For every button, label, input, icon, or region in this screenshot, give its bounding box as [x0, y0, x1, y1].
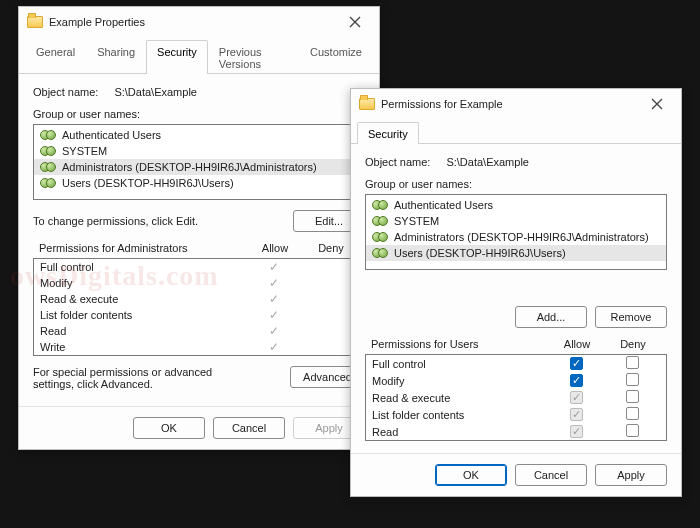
tab-security[interactable]: Security	[146, 40, 208, 74]
deny-checkbox[interactable]	[626, 407, 639, 420]
dialog-body: Object name: S:\Data\Example Group or us…	[351, 144, 681, 453]
list-item[interactable]: SYSTEM	[366, 213, 666, 229]
deny-checkbox[interactable]	[626, 424, 639, 437]
perm-row: Modify✓	[366, 372, 666, 389]
object-name-label: Object name:	[33, 86, 98, 98]
dialog-footer: OK Cancel Apply	[19, 406, 379, 449]
allow-checkbox[interactable]: ✓	[570, 357, 583, 370]
list-item-label: Users (DESKTOP-HH9IR6J\Users)	[394, 247, 566, 259]
object-name-value: S:\Data\Example	[446, 156, 529, 168]
perm-header: Permissions for Users	[371, 338, 549, 350]
users-icon	[372, 230, 388, 244]
users-icon	[40, 160, 56, 174]
properties-window: Example Properties GeneralSharingSecurit…	[18, 6, 380, 450]
tab-bar: GeneralSharingSecurityPrevious VersionsC…	[19, 37, 379, 74]
perm-name: Read	[372, 426, 548, 438]
users-icon	[40, 176, 56, 190]
allow-indicator: ✓	[246, 324, 302, 338]
list-item-label: Authenticated Users	[62, 129, 161, 141]
perm-name: Read	[40, 325, 246, 337]
list-item-label: Administrators (DESKTOP-HH9IR6J\Administ…	[394, 231, 649, 243]
list-item[interactable]: Authenticated Users	[366, 197, 666, 213]
tab-previous-versions[interactable]: Previous Versions	[208, 40, 299, 74]
advanced-hint: For special permissions or advanced sett…	[33, 366, 253, 390]
allow-checkbox[interactable]: ✓	[570, 391, 583, 404]
folder-icon	[359, 98, 375, 110]
users-icon	[372, 246, 388, 260]
perm-name: Write	[40, 341, 246, 353]
list-item[interactable]: Users (DESKTOP-HH9IR6J\Users)	[34, 175, 364, 191]
list-item[interactable]: Administrators (DESKTOP-HH9IR6J\Administ…	[34, 159, 364, 175]
perm-name: List folder contents	[372, 409, 548, 421]
close-icon	[349, 16, 361, 28]
ok-button[interactable]: OK	[133, 417, 205, 439]
perm-row: Modify✓	[34, 275, 364, 291]
users-icon	[372, 198, 388, 212]
allow-checkbox[interactable]: ✓	[570, 425, 583, 438]
perm-listbox[interactable]: Full control✓Modify✓Read & execute✓List …	[365, 354, 667, 441]
perm-name: List folder contents	[40, 309, 246, 321]
perm-listbox[interactable]: Full control✓Modify✓Read & execute✓List …	[33, 258, 365, 356]
tab-security[interactable]: Security	[357, 122, 419, 144]
perm-row: List folder contents✓	[34, 307, 364, 323]
tab-general[interactable]: General	[25, 40, 86, 74]
edit-hint: To change permissions, click Edit.	[33, 215, 198, 227]
perm-row: Read✓	[366, 423, 666, 440]
allow-checkbox[interactable]: ✓	[570, 374, 583, 387]
titlebar: Example Properties	[19, 7, 379, 37]
perm-name: Full control	[372, 358, 548, 370]
list-item[interactable]: Authenticated Users	[34, 127, 364, 143]
group-label: Group or user names:	[365, 178, 472, 190]
permissions-window: Permissions for Example Security Object …	[350, 88, 682, 497]
allow-indicator: ✓	[246, 340, 302, 354]
users-icon	[40, 128, 56, 142]
perm-row: Write✓	[34, 339, 364, 355]
tab-bar: Security	[351, 119, 681, 144]
allow-indicator: ✓	[246, 260, 302, 274]
perm-row: Full control✓	[34, 259, 364, 275]
list-item[interactable]: Administrators (DESKTOP-HH9IR6J\Administ…	[366, 229, 666, 245]
dialog-footer: OK Cancel Apply	[351, 453, 681, 496]
list-item-label: Authenticated Users	[394, 199, 493, 211]
cancel-button[interactable]: Cancel	[213, 417, 285, 439]
add-button[interactable]: Add...	[515, 306, 587, 328]
deny-col: Deny	[605, 338, 661, 350]
allow-checkbox[interactable]: ✓	[570, 408, 583, 421]
cancel-button[interactable]: Cancel	[515, 464, 587, 486]
perm-name: Modify	[372, 375, 548, 387]
list-item[interactable]: SYSTEM	[34, 143, 364, 159]
list-item[interactable]: Users (DESKTOP-HH9IR6J\Users)	[366, 245, 666, 261]
list-item-label: Administrators (DESKTOP-HH9IR6J\Administ…	[62, 161, 317, 173]
users-icon	[40, 144, 56, 158]
ok-button[interactable]: OK	[435, 464, 507, 486]
allow-indicator: ✓	[246, 308, 302, 322]
window-title: Permissions for Example	[381, 98, 641, 110]
perm-row: Read✓	[34, 323, 364, 339]
group-label: Group or user names:	[33, 108, 140, 120]
remove-button[interactable]: Remove	[595, 306, 667, 328]
perm-name: Full control	[40, 261, 246, 273]
list-item-label: SYSTEM	[394, 215, 439, 227]
allow-indicator: ✓	[246, 292, 302, 306]
titlebar: Permissions for Example	[351, 89, 681, 119]
deny-checkbox[interactable]	[626, 373, 639, 386]
close-button[interactable]	[641, 92, 673, 116]
tab-sharing[interactable]: Sharing	[86, 40, 146, 74]
group-listbox[interactable]: Authenticated UsersSYSTEMAdministrators …	[365, 194, 667, 270]
perm-row: Full control✓	[366, 355, 666, 372]
apply-button[interactable]: Apply	[595, 464, 667, 486]
allow-col: Allow	[549, 338, 605, 350]
folder-icon	[27, 16, 43, 28]
close-button[interactable]	[339, 10, 371, 34]
deny-checkbox[interactable]	[626, 356, 639, 369]
perm-row: Read & execute✓	[34, 291, 364, 307]
deny-checkbox[interactable]	[626, 390, 639, 403]
users-icon	[372, 214, 388, 228]
list-item-label: Users (DESKTOP-HH9IR6J\Users)	[62, 177, 234, 189]
close-icon	[651, 98, 663, 110]
tab-customize[interactable]: Customize	[299, 40, 373, 74]
group-listbox[interactable]: Authenticated UsersSYSTEMAdministrators …	[33, 124, 365, 200]
object-name-label: Object name:	[365, 156, 430, 168]
allow-col: Allow	[247, 242, 303, 254]
perm-row: Read & execute✓	[366, 389, 666, 406]
